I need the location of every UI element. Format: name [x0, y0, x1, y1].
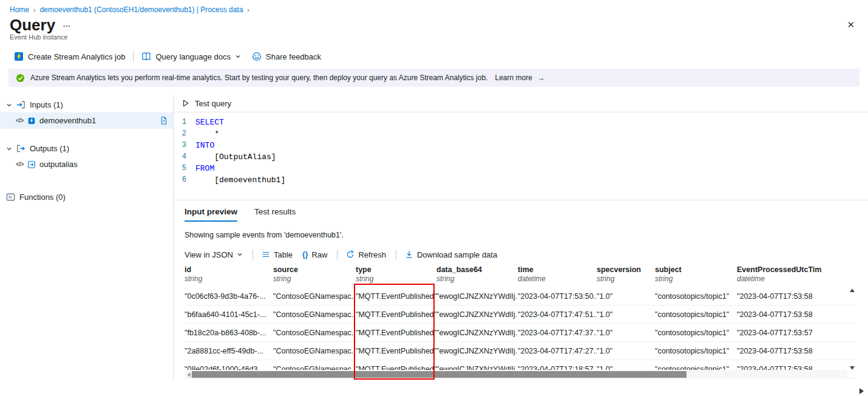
tab-input-preview[interactable]: Input preview [185, 207, 237, 222]
query-language-docs-button[interactable]: Query language docs [136, 46, 246, 67]
sidebar-item-outputalias[interactable]: </> outputalias [0, 156, 173, 172]
test-query-button[interactable]: Test query [174, 95, 868, 112]
breadcrumb-separator: › [33, 6, 36, 13]
code-text: INTO [195, 140, 214, 151]
arrow-right-icon: → [538, 73, 545, 82]
svg-text:fx: fx [8, 194, 12, 200]
column-header-subject[interactable]: subjectstring [655, 265, 737, 287]
code-line[interactable]: 5FROM [174, 163, 868, 174]
horizontal-scrollbar[interactable] [185, 370, 847, 379]
table-icon [262, 250, 270, 259]
query-docs-label: Query language docs [155, 52, 231, 61]
inputs-section-header[interactable]: Inputs (1) [0, 97, 173, 112]
chevron-down-icon [237, 251, 243, 258]
table-row[interactable]: "2a8881cc-eff5-49db-..."ContosoEGNamespa… [185, 342, 856, 360]
table-header: idstringsourcestringtypestringdata_base6… [185, 265, 856, 287]
table-cell: "2a8881cc-eff5-49db-... [185, 347, 273, 355]
column-name: id [185, 265, 268, 274]
table-cell: "ContosoEGNamespac... [273, 347, 356, 355]
code-line[interactable]: 3INTO [174, 140, 868, 151]
table-cell: "MQTT.EventPublished" [356, 310, 436, 319]
table-cell: "ewogICJNZXNzYWdlIj... [436, 292, 518, 301]
tab-test-results[interactable]: Test results [254, 207, 296, 222]
smiley-icon [252, 52, 262, 61]
column-header-time[interactable]: timedatetime [518, 265, 597, 287]
table-cell: "2023-04-07T17:47:37.... [518, 329, 597, 337]
column-name: type [356, 265, 432, 274]
table-cell: "ContosoEGNamespac... [273, 329, 356, 337]
download-sample-data-button[interactable]: Download sample data [405, 250, 497, 259]
scroll-right-icon[interactable] [860, 388, 864, 394]
sidebar: Inputs (1) </> demoeventhub1 Ou [0, 95, 174, 381]
column-type: datetime [737, 275, 851, 283]
code-icon: </> [16, 117, 24, 124]
table-row[interactable]: "fb18c20a-b863-408b-..."ContosoEGNamespa… [185, 324, 856, 342]
inputs-icon [16, 100, 25, 109]
learn-more-link[interactable]: Learn more [495, 73, 532, 82]
column-type: string [597, 275, 650, 283]
share-feedback-button[interactable]: Share feedback [246, 46, 327, 67]
command-bar: Create Stream Analytics job Query langua… [0, 46, 868, 67]
table-cell: "1.0" [597, 347, 655, 355]
table-cell: "MQTT.EventPublished" [356, 329, 436, 337]
column-name: source [273, 265, 351, 274]
code-line[interactable]: 4 [OutputAlias] [174, 151, 868, 163]
vertical-scrollbar[interactable] [849, 288, 856, 370]
stream-analytics-icon [14, 52, 24, 61]
download-icon [405, 250, 413, 259]
code-editor[interactable]: 1SELECT2 *3INTO4 [OutputAlias]5FROM6 [de… [174, 112, 868, 200]
preview-section: Input preview Test results Showing sampl… [174, 207, 868, 381]
column-type: string [655, 275, 732, 283]
code-icon: </> [16, 161, 24, 168]
create-stream-analytics-job-button[interactable]: Create Stream Analytics job [8, 46, 131, 67]
horizontal-scrollbar-thumb[interactable] [192, 371, 687, 378]
table-row[interactable]: "0c06cf63-9d3b-4a76-..."ContosoEGNamespa… [185, 287, 856, 306]
code-line[interactable]: 6 [demoeventhub1] [174, 174, 868, 186]
main-panel: Test query 1SELECT2 *3INTO4 [OutputAlias… [174, 95, 868, 381]
outputs-icon [16, 144, 25, 153]
outputs-section-header[interactable]: Outputs (1) [0, 141, 173, 156]
table-cell: "ewogICJNZXNzYWdlIj... [436, 310, 518, 319]
banner-text: Azure Stream Analytics lets you perform … [30, 73, 487, 82]
column-header-EventProcessedUtcTim[interactable]: EventProcessedUtcTimdatetime [737, 265, 856, 287]
breadcrumb-home-link[interactable]: Home [10, 5, 29, 14]
book-icon [141, 52, 151, 61]
table-row[interactable]: "b6faa640-4101-45c1-..."ContosoEGNamespa… [185, 306, 856, 324]
column-header-source[interactable]: sourcestring [273, 265, 356, 287]
code-text: FROM [195, 163, 214, 174]
column-header-specversion[interactable]: specversionstring [597, 265, 655, 287]
more-options-button[interactable]: … [63, 19, 71, 29]
breadcrumb-process-data-link[interactable]: demoeventhub1 (ContosoEH1/demoeventhub1)… [40, 5, 243, 14]
line-number: 2 [174, 128, 195, 140]
code-line[interactable]: 1SELECT [174, 117, 868, 128]
view-in-json-dropdown[interactable]: View in JSON [185, 250, 243, 259]
sidebar-item-demoeventhub1[interactable]: </> demoeventhub1 [0, 112, 173, 129]
scroll-down-icon[interactable] [850, 366, 855, 370]
table-view-button[interactable]: Table [262, 250, 293, 259]
view-in-json-label: View in JSON [185, 250, 233, 259]
document-icon[interactable] [160, 116, 168, 125]
refresh-button[interactable]: Refresh [346, 250, 386, 259]
table-cell: "contosotopics/topic1" [655, 347, 737, 355]
column-type: datetime [518, 275, 592, 283]
column-header-data_base64[interactable]: data_base64string [436, 265, 518, 287]
chevron-down-icon [6, 146, 12, 152]
table-cell: "contosotopics/topic1" [655, 310, 737, 319]
outputs-header-label: Outputs (1) [30, 144, 69, 153]
column-header-type[interactable]: typestring [356, 265, 436, 287]
output-icon [27, 160, 36, 169]
code-text: SELECT [195, 117, 224, 128]
scroll-left-icon[interactable] [187, 372, 191, 377]
table-cell: "2023-04-07T17:53:58 [737, 310, 856, 319]
raw-view-button[interactable]: {} Raw [302, 250, 327, 259]
output-item-label: outputalias [39, 160, 78, 169]
scroll-up-icon[interactable] [850, 288, 855, 292]
download-label: Download sample data [417, 250, 497, 259]
functions-section-header[interactable]: fx Functions (0) [0, 189, 173, 205]
table-body: "0c06cf63-9d3b-4a76-..."ContosoEGNamespa… [185, 287, 856, 378]
code-line[interactable]: 2 * [174, 128, 868, 140]
column-header-id[interactable]: idstring [185, 265, 273, 287]
event-hub-icon [27, 117, 36, 125]
close-icon[interactable]: ✕ [847, 16, 855, 30]
column-name: specversion [597, 265, 650, 274]
